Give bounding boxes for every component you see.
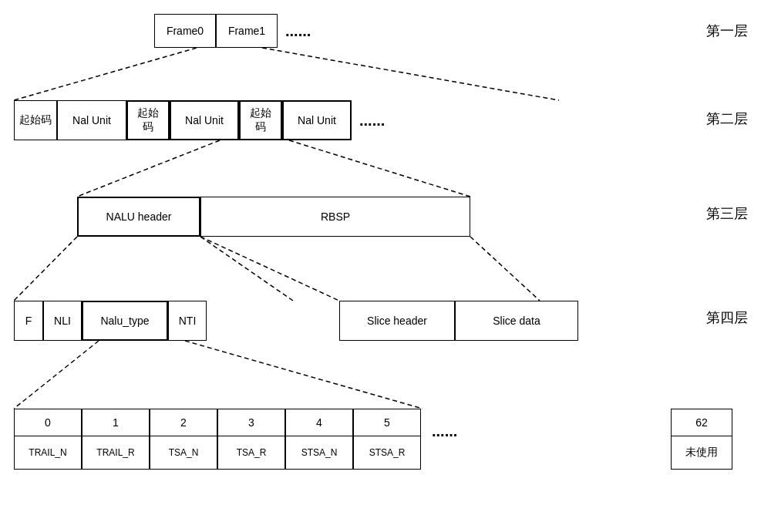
svg-line-3 bbox=[289, 140, 470, 197]
nli-box: NLI bbox=[43, 301, 82, 341]
layer1-container: Frame0 Frame1 ...... bbox=[154, 14, 318, 48]
nalu-type-box: Nalu_type bbox=[82, 301, 168, 341]
num-box-4: 4 bbox=[285, 409, 353, 436]
name-box-4: STSA_N bbox=[285, 436, 353, 470]
num-box-0: 0 bbox=[14, 409, 82, 436]
layer5-right-name: 未使用 bbox=[671, 436, 732, 470]
name-box-3: TSA_R bbox=[217, 436, 285, 470]
frame1-box: Frame1 bbox=[216, 14, 278, 48]
svg-line-2 bbox=[77, 140, 220, 197]
layer2-container: 起始码 Nal Unit 起始码 Nal Unit 起始码 Nal Unit .… bbox=[14, 100, 392, 140]
slice-header-box: Slice header bbox=[339, 301, 455, 341]
slice-data-box: Slice data bbox=[455, 301, 578, 341]
nalu-header-box: NALU header bbox=[77, 197, 200, 237]
start-code2: 起始码 bbox=[126, 100, 170, 140]
num-box-3: 3 bbox=[217, 409, 285, 436]
svg-line-1 bbox=[262, 48, 559, 100]
layer5-names-container: TRAIL_NTRAIL_RTSA_NTSA_RSTSA_NSTSA_R bbox=[14, 436, 421, 470]
name-box-0: TRAIL_N bbox=[14, 436, 82, 470]
f-box: F bbox=[14, 301, 43, 341]
num-box-5: 5 bbox=[353, 409, 421, 436]
svg-line-4 bbox=[14, 237, 77, 301]
layer4-label: 第四层 bbox=[706, 308, 748, 327]
nal-unit2: Nal Unit bbox=[170, 100, 239, 140]
nal-unit3: Nal Unit bbox=[282, 100, 352, 140]
svg-line-9 bbox=[185, 341, 423, 409]
layer4-right-container: Slice header Slice data bbox=[339, 301, 578, 341]
svg-line-7 bbox=[470, 237, 540, 301]
nti-box: NTI bbox=[168, 301, 207, 341]
layer1-label: 第一层 bbox=[706, 22, 748, 40]
num-box-1: 1 bbox=[82, 409, 150, 436]
unused-box: 未使用 bbox=[671, 436, 732, 470]
name-box-5: STSA_R bbox=[353, 436, 421, 470]
nal-unit1: Nal Unit bbox=[57, 100, 126, 140]
layer5-right-num: 62 bbox=[671, 409, 732, 436]
layer1-dots: ...... bbox=[278, 14, 318, 48]
layer3-label: 第三层 bbox=[706, 204, 748, 223]
layer2-label: 第二层 bbox=[706, 109, 748, 128]
svg-line-6 bbox=[200, 237, 339, 301]
start-code3: 起始码 bbox=[239, 100, 282, 140]
num-62: 62 bbox=[671, 409, 732, 436]
frame0-box: Frame0 bbox=[154, 14, 216, 48]
num-box-2: 2 bbox=[150, 409, 217, 436]
layer4-left-container: F NLI Nalu_type NTI bbox=[14, 301, 207, 341]
layer2-dots: ...... bbox=[352, 100, 392, 140]
layer5-dots: ...... bbox=[432, 423, 457, 440]
layer3-container: NALU header RBSP bbox=[77, 197, 470, 237]
name-box-2: TSA_N bbox=[150, 436, 217, 470]
svg-line-5 bbox=[200, 237, 293, 301]
name-box-1: TRAIL_R bbox=[82, 436, 150, 470]
svg-line-0 bbox=[14, 48, 197, 100]
layer5-nums-container: 012345 bbox=[14, 409, 421, 436]
rbsp-box: RBSP bbox=[200, 197, 470, 237]
svg-line-8 bbox=[14, 341, 99, 409]
start-code1: 起始码 bbox=[14, 100, 57, 140]
